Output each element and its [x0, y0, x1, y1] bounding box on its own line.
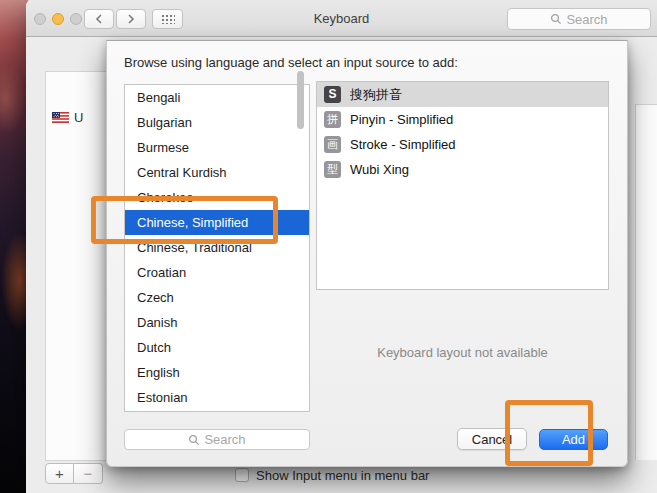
language-list-item[interactable]: Bulgarian — [125, 110, 309, 135]
input-method-icon: 型 — [324, 161, 341, 178]
search-icon — [550, 13, 562, 25]
input-source-item[interactable]: 型 Wubi Xing — [317, 157, 608, 182]
language-label: Burmese — [137, 140, 189, 155]
input-source-list: S 搜狗拼音 拼 Pinyin - Simplified 画 Stroke - … — [316, 81, 609, 290]
language-list-scrollbar[interactable] — [297, 71, 304, 129]
toolbar-search-placeholder: Search — [566, 12, 607, 27]
add-input-source-sheet: Browse using language and select an inpu… — [106, 40, 628, 467]
toolbar-search-input[interactable]: Search — [507, 8, 651, 30]
input-sources-list-background: U — [45, 71, 107, 461]
add-button[interactable]: Add — [539, 429, 608, 450]
sheet-prompt: Browse using language and select an inpu… — [124, 55, 458, 70]
input-method-icon: 拼 — [324, 111, 341, 128]
keyboard-layout-status: Keyboard layout not available — [316, 345, 609, 360]
language-label: English — [137, 365, 180, 380]
input-method-icon: S — [324, 86, 341, 103]
language-list-item[interactable]: Cherokee — [125, 185, 309, 210]
us-flag-icon — [52, 112, 69, 123]
preview-pane-background — [635, 104, 657, 460]
language-label: Bulgarian — [137, 115, 192, 130]
language-list-item[interactable]: Burmese — [125, 135, 309, 160]
search-icon — [188, 434, 200, 446]
language-list-item[interactable]: Estonian — [125, 385, 309, 410]
system-preferences-window: Keyboard Search — [26, 0, 657, 493]
language-label: Danish — [137, 315, 177, 330]
show-input-menu-label: Show Input menu in menu bar — [256, 468, 429, 483]
language-label: Chinese, Simplified — [137, 215, 248, 230]
language-list-item[interactable]: English — [125, 360, 309, 385]
input-source-label: Stroke - Simplified — [350, 137, 455, 152]
language-label: Czech — [137, 290, 174, 305]
cancel-button[interactable]: Cancel — [457, 428, 527, 450]
input-source-label: Wubi Xing — [350, 162, 409, 177]
add-remove-control: + − — [45, 463, 103, 484]
input-source-label: 搜狗拼音 — [350, 86, 402, 104]
language-label: Croatian — [137, 265, 186, 280]
language-label: Central Kurdish — [137, 165, 227, 180]
language-list: Bengali Bulgarian Burmese Central Kurdis… — [124, 84, 310, 412]
language-label: Bengali — [137, 90, 180, 105]
input-source-row-us[interactable]: U — [52, 110, 83, 125]
dialog-search-placeholder: Search — [204, 432, 245, 447]
language-list-item[interactable]: Czech — [125, 285, 309, 310]
input-source-label: Pinyin - Simplified — [350, 112, 453, 127]
input-source-item[interactable]: 拼 Pinyin - Simplified — [317, 107, 608, 132]
language-list-item[interactable]: Croatian — [125, 260, 309, 285]
title-bar: Keyboard Search — [26, 0, 657, 37]
language-list-item[interactable]: Chinese, Traditional — [125, 235, 309, 260]
input-source-item[interactable]: S 搜狗拼音 — [317, 82, 608, 107]
dialog-search-input[interactable]: Search — [124, 429, 310, 450]
screen: Keyboard Search — [0, 0, 657, 493]
language-list-item[interactable]: Danish — [125, 310, 309, 335]
language-list-item[interactable]: Chinese, Simplified — [125, 210, 309, 235]
language-label: Chinese, Traditional — [137, 240, 252, 255]
language-label: Dutch — [137, 340, 171, 355]
language-list-item[interactable]: Bengali — [125, 85, 309, 110]
remove-input-source-button[interactable]: − — [74, 463, 103, 484]
input-source-item[interactable]: 画 Stroke - Simplified — [317, 132, 608, 157]
language-label: Estonian — [137, 390, 188, 405]
input-source-row-label: U — [74, 110, 83, 125]
desktop-wallpaper — [0, 0, 28, 493]
language-list-item[interactable]: Central Kurdish — [125, 160, 309, 185]
language-label: Cherokee — [137, 190, 193, 205]
input-method-icon: 画 — [324, 136, 341, 153]
show-input-menu-checkbox[interactable] — [235, 468, 249, 482]
language-list-item[interactable]: Dutch — [125, 335, 309, 360]
add-input-source-button[interactable]: + — [45, 463, 74, 484]
